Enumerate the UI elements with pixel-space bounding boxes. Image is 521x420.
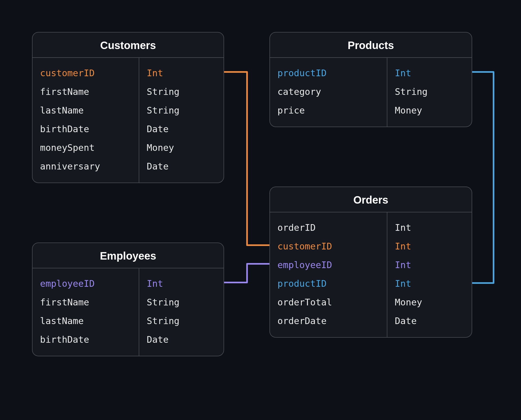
field-name: birthDate	[40, 120, 131, 138]
table-products: Products productID category price Int St…	[269, 32, 472, 127]
field-name: employeeID	[40, 274, 131, 293]
field-name: orderDate	[277, 312, 379, 330]
field-name: orderTotal	[277, 293, 379, 312]
field-names-column: employeeID firstName lastName birthDate	[33, 268, 139, 356]
table-body: employeeID firstName lastName birthDate …	[33, 268, 224, 356]
field-type: String	[147, 293, 216, 312]
field-name: orderID	[277, 218, 379, 237]
field-types-column: Int String Money	[387, 58, 472, 127]
field-type: Int	[395, 64, 464, 82]
table-body: productID category price Int String Mone…	[270, 58, 472, 127]
field-type: Int	[395, 237, 464, 256]
field-name: customerID	[40, 64, 131, 82]
table-body: orderID customerID employeeID productID …	[270, 212, 472, 337]
field-type: Money	[147, 138, 216, 157]
field-names-column: productID category price	[270, 58, 387, 127]
field-type: Date	[147, 330, 216, 349]
field-type: Int	[395, 274, 464, 293]
field-name: employeeID	[277, 256, 379, 274]
field-type: Date	[395, 312, 464, 330]
field-name: lastName	[40, 312, 131, 330]
field-name: lastName	[40, 101, 131, 120]
field-name: category	[277, 82, 379, 101]
field-name: firstName	[40, 82, 131, 101]
connector-products-orders	[472, 72, 494, 283]
field-type: Int	[395, 218, 464, 237]
field-name: firstName	[40, 293, 131, 312]
table-title: Orders	[270, 187, 472, 212]
connector-customers-orders	[224, 72, 269, 245]
field-type: String	[395, 82, 464, 101]
field-name: customerID	[277, 237, 379, 256]
field-type: Money	[395, 101, 464, 120]
field-type: Date	[147, 120, 216, 138]
field-names-column: customerID firstName lastName birthDate …	[33, 58, 139, 183]
field-type: Date	[147, 157, 216, 176]
field-name: birthDate	[40, 330, 131, 349]
table-title: Products	[270, 33, 472, 58]
field-type: Int	[147, 64, 216, 82]
field-name: anniversary	[40, 157, 131, 176]
table-customers: Customers customerID firstName lastName …	[32, 32, 224, 183]
field-types-column: Int Int Int Int Money Date	[387, 212, 472, 337]
field-name: price	[277, 101, 379, 120]
field-name: moneySpent	[40, 138, 131, 157]
field-type: Int	[395, 256, 464, 274]
field-type: Money	[395, 293, 464, 312]
table-employees: Employees employeeID firstName lastName …	[32, 243, 224, 356]
field-type: String	[147, 82, 216, 101]
field-types-column: Int String String Date	[139, 268, 224, 356]
connector-employees-orders	[224, 264, 269, 282]
field-types-column: Int String String Date Money Date	[139, 58, 224, 183]
field-type: String	[147, 101, 216, 120]
field-name: productID	[277, 64, 379, 82]
table-title: Employees	[33, 243, 224, 268]
table-body: customerID firstName lastName birthDate …	[33, 58, 224, 183]
field-names-column: orderID customerID employeeID productID …	[270, 212, 387, 337]
field-name: productID	[277, 274, 379, 293]
field-type: Int	[147, 274, 216, 293]
table-title: Customers	[33, 33, 224, 58]
field-type: String	[147, 312, 216, 330]
er-diagram-canvas: Customers customerID firstName lastName …	[0, 0, 521, 420]
table-orders: Orders orderID customerID employeeID pro…	[269, 187, 472, 338]
